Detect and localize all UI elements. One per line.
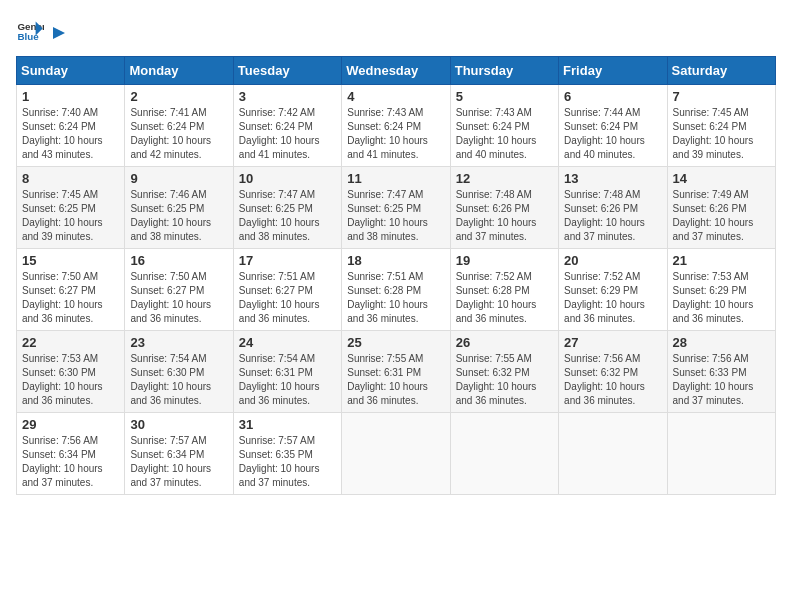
day-number: 23	[130, 335, 227, 350]
day-number: 6	[564, 89, 661, 104]
calendar-cell: 29Sunrise: 7:56 AMSunset: 6:34 PMDayligh…	[17, 413, 125, 495]
day-info: Sunrise: 7:48 AMSunset: 6:26 PMDaylight:…	[456, 188, 553, 244]
calendar-cell: 4Sunrise: 7:43 AMSunset: 6:24 PMDaylight…	[342, 85, 450, 167]
day-info: Sunrise: 7:44 AMSunset: 6:24 PMDaylight:…	[564, 106, 661, 162]
day-number: 16	[130, 253, 227, 268]
calendar-cell	[342, 413, 450, 495]
calendar-cell: 19Sunrise: 7:52 AMSunset: 6:28 PMDayligh…	[450, 249, 558, 331]
day-number: 26	[456, 335, 553, 350]
calendar-cell: 24Sunrise: 7:54 AMSunset: 6:31 PMDayligh…	[233, 331, 341, 413]
calendar-cell: 28Sunrise: 7:56 AMSunset: 6:33 PMDayligh…	[667, 331, 775, 413]
calendar-cell	[450, 413, 558, 495]
calendar-cell	[667, 413, 775, 495]
day-number: 9	[130, 171, 227, 186]
day-number: 3	[239, 89, 336, 104]
calendar-cell: 30Sunrise: 7:57 AMSunset: 6:34 PMDayligh…	[125, 413, 233, 495]
day-of-week-header: Tuesday	[233, 57, 341, 85]
day-info: Sunrise: 7:52 AMSunset: 6:28 PMDaylight:…	[456, 270, 553, 326]
calendar-cell: 31Sunrise: 7:57 AMSunset: 6:35 PMDayligh…	[233, 413, 341, 495]
day-info: Sunrise: 7:43 AMSunset: 6:24 PMDaylight:…	[456, 106, 553, 162]
day-number: 28	[673, 335, 770, 350]
day-info: Sunrise: 7:47 AMSunset: 6:25 PMDaylight:…	[239, 188, 336, 244]
day-of-week-header: Saturday	[667, 57, 775, 85]
day-of-week-header: Thursday	[450, 57, 558, 85]
day-info: Sunrise: 7:54 AMSunset: 6:30 PMDaylight:…	[130, 352, 227, 408]
calendar-cell: 9Sunrise: 7:46 AMSunset: 6:25 PMDaylight…	[125, 167, 233, 249]
day-info: Sunrise: 7:45 AMSunset: 6:24 PMDaylight:…	[673, 106, 770, 162]
day-number: 17	[239, 253, 336, 268]
calendar-cell: 11Sunrise: 7:47 AMSunset: 6:25 PMDayligh…	[342, 167, 450, 249]
calendar-table: SundayMondayTuesdayWednesdayThursdayFrid…	[16, 56, 776, 495]
calendar-cell: 1Sunrise: 7:40 AMSunset: 6:24 PMDaylight…	[17, 85, 125, 167]
day-number: 19	[456, 253, 553, 268]
day-info: Sunrise: 7:55 AMSunset: 6:32 PMDaylight:…	[456, 352, 553, 408]
calendar-week-row: 1Sunrise: 7:40 AMSunset: 6:24 PMDaylight…	[17, 85, 776, 167]
day-info: Sunrise: 7:41 AMSunset: 6:24 PMDaylight:…	[130, 106, 227, 162]
calendar-cell: 2Sunrise: 7:41 AMSunset: 6:24 PMDaylight…	[125, 85, 233, 167]
page-header: General Blue	[16, 16, 776, 44]
day-number: 10	[239, 171, 336, 186]
day-number: 18	[347, 253, 444, 268]
calendar-cell: 7Sunrise: 7:45 AMSunset: 6:24 PMDaylight…	[667, 85, 775, 167]
calendar-cell: 3Sunrise: 7:42 AMSunset: 6:24 PMDaylight…	[233, 85, 341, 167]
day-number: 25	[347, 335, 444, 350]
day-number: 31	[239, 417, 336, 432]
day-number: 27	[564, 335, 661, 350]
day-info: Sunrise: 7:53 AMSunset: 6:29 PMDaylight:…	[673, 270, 770, 326]
calendar-week-row: 8Sunrise: 7:45 AMSunset: 6:25 PMDaylight…	[17, 167, 776, 249]
calendar-cell: 17Sunrise: 7:51 AMSunset: 6:27 PMDayligh…	[233, 249, 341, 331]
day-info: Sunrise: 7:52 AMSunset: 6:29 PMDaylight:…	[564, 270, 661, 326]
day-info: Sunrise: 7:51 AMSunset: 6:28 PMDaylight:…	[347, 270, 444, 326]
calendar-cell: 20Sunrise: 7:52 AMSunset: 6:29 PMDayligh…	[559, 249, 667, 331]
svg-marker-3	[53, 27, 65, 39]
day-number: 22	[22, 335, 119, 350]
day-of-week-header: Sunday	[17, 57, 125, 85]
logo-arrow-icon	[49, 23, 69, 43]
day-of-week-header: Monday	[125, 57, 233, 85]
calendar-cell: 14Sunrise: 7:49 AMSunset: 6:26 PMDayligh…	[667, 167, 775, 249]
day-info: Sunrise: 7:43 AMSunset: 6:24 PMDaylight:…	[347, 106, 444, 162]
day-number: 29	[22, 417, 119, 432]
calendar-cell: 5Sunrise: 7:43 AMSunset: 6:24 PMDaylight…	[450, 85, 558, 167]
calendar-cell: 23Sunrise: 7:54 AMSunset: 6:30 PMDayligh…	[125, 331, 233, 413]
day-info: Sunrise: 7:53 AMSunset: 6:30 PMDaylight:…	[22, 352, 119, 408]
day-info: Sunrise: 7:49 AMSunset: 6:26 PMDaylight:…	[673, 188, 770, 244]
calendar-cell: 26Sunrise: 7:55 AMSunset: 6:32 PMDayligh…	[450, 331, 558, 413]
logo: General Blue	[16, 16, 70, 44]
calendar-week-row: 15Sunrise: 7:50 AMSunset: 6:27 PMDayligh…	[17, 249, 776, 331]
day-number: 11	[347, 171, 444, 186]
day-info: Sunrise: 7:54 AMSunset: 6:31 PMDaylight:…	[239, 352, 336, 408]
calendar-week-row: 29Sunrise: 7:56 AMSunset: 6:34 PMDayligh…	[17, 413, 776, 495]
logo-icon: General Blue	[16, 16, 44, 44]
day-number: 5	[456, 89, 553, 104]
calendar-cell: 15Sunrise: 7:50 AMSunset: 6:27 PMDayligh…	[17, 249, 125, 331]
day-number: 1	[22, 89, 119, 104]
day-number: 4	[347, 89, 444, 104]
day-number: 12	[456, 171, 553, 186]
day-number: 21	[673, 253, 770, 268]
day-number: 30	[130, 417, 227, 432]
svg-text:Blue: Blue	[17, 31, 39, 42]
day-info: Sunrise: 7:45 AMSunset: 6:25 PMDaylight:…	[22, 188, 119, 244]
day-info: Sunrise: 7:56 AMSunset: 6:34 PMDaylight:…	[22, 434, 119, 490]
day-of-week-header: Wednesday	[342, 57, 450, 85]
day-number: 7	[673, 89, 770, 104]
day-info: Sunrise: 7:51 AMSunset: 6:27 PMDaylight:…	[239, 270, 336, 326]
day-info: Sunrise: 7:56 AMSunset: 6:33 PMDaylight:…	[673, 352, 770, 408]
day-info: Sunrise: 7:56 AMSunset: 6:32 PMDaylight:…	[564, 352, 661, 408]
calendar-cell: 13Sunrise: 7:48 AMSunset: 6:26 PMDayligh…	[559, 167, 667, 249]
day-info: Sunrise: 7:50 AMSunset: 6:27 PMDaylight:…	[130, 270, 227, 326]
day-number: 2	[130, 89, 227, 104]
day-number: 13	[564, 171, 661, 186]
calendar-cell: 22Sunrise: 7:53 AMSunset: 6:30 PMDayligh…	[17, 331, 125, 413]
day-number: 24	[239, 335, 336, 350]
day-info: Sunrise: 7:48 AMSunset: 6:26 PMDaylight:…	[564, 188, 661, 244]
calendar-cell: 25Sunrise: 7:55 AMSunset: 6:31 PMDayligh…	[342, 331, 450, 413]
day-number: 20	[564, 253, 661, 268]
calendar-cell: 27Sunrise: 7:56 AMSunset: 6:32 PMDayligh…	[559, 331, 667, 413]
day-info: Sunrise: 7:40 AMSunset: 6:24 PMDaylight:…	[22, 106, 119, 162]
day-info: Sunrise: 7:46 AMSunset: 6:25 PMDaylight:…	[130, 188, 227, 244]
calendar-header-row: SundayMondayTuesdayWednesdayThursdayFrid…	[17, 57, 776, 85]
day-info: Sunrise: 7:55 AMSunset: 6:31 PMDaylight:…	[347, 352, 444, 408]
day-info: Sunrise: 7:50 AMSunset: 6:27 PMDaylight:…	[22, 270, 119, 326]
